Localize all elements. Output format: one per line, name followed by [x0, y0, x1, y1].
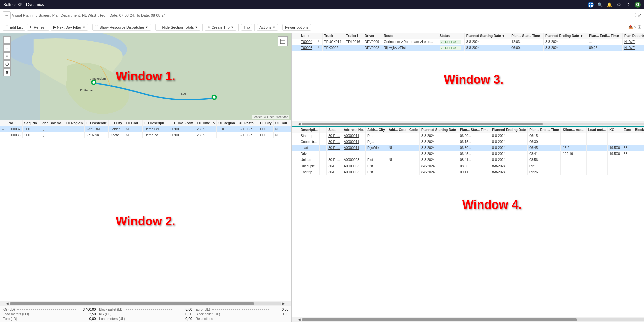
settings-icon[interactable]: ⚙	[616, 2, 622, 8]
trip-no[interactable]: T00003	[299, 45, 315, 51]
map-layers-button[interactable]	[278, 36, 288, 46]
map-home-button[interactable]: ●	[3, 52, 11, 60]
detail-row[interactable]: → Load ⋮ 30-PL... A0000011 RijsWijk NL 8…	[292, 145, 644, 151]
col-ul-region[interactable]: UL Region	[217, 120, 237, 126]
trips-col-route[interactable]: Route	[382, 33, 438, 39]
col-ld-to[interactable]: LD Time To	[195, 120, 217, 126]
trip-dots[interactable]: ⋮	[315, 39, 322, 45]
user-avatar[interactable]: G	[635, 2, 641, 8]
trip-row[interactable]: T00004 ⋮ TRUCK014 TRL0016 DRV0009 Gorinc…	[292, 39, 644, 45]
detail-row[interactable]: Drive 8-8-2024 06:45... 8-8-2024 08:41..…	[292, 151, 644, 157]
td-col-ps-time[interactable]: Plan... Star... Time	[458, 127, 490, 133]
actions-button[interactable]: Actions ▼	[257, 24, 278, 31]
create-trip-button[interactable]: ✎ Create Trip ▼	[205, 24, 236, 31]
search-icon[interactable]: 🔍	[597, 2, 603, 8]
col-ul-city[interactable]: UL City	[258, 120, 274, 126]
trips-col-pe-time[interactable]: Plan... Endi... Time	[587, 33, 623, 39]
trip-dots[interactable]: ⋮	[315, 45, 322, 51]
col-ld-desc[interactable]: LD Descripti...	[143, 120, 169, 126]
order-no[interactable]: O00038	[7, 132, 23, 138]
trips-col-ps-date[interactable]: Planned Starting Date ▼	[464, 33, 509, 39]
trips-col-no[interactable]: No. ↕	[299, 33, 315, 39]
trips-col-status[interactable]: Status	[438, 33, 464, 39]
next-day-filter-button[interactable]: ▶ Next Day Filter ▼	[51, 24, 88, 31]
back-button[interactable]: ←	[3, 11, 11, 19]
td-col-block[interactable]: Block pallet	[633, 127, 644, 133]
td-col-pe-time[interactable]: Plan... Endi... Time	[528, 127, 561, 133]
td-col-ps-date[interactable]: Planned Starting Date	[419, 127, 458, 133]
scroll-right-btn[interactable]: ▶	[281, 302, 286, 305]
col-ul-post[interactable]: UL Posto...	[237, 120, 258, 126]
fewer-options-button[interactable]: Fewer options	[282, 24, 311, 31]
detail-dots[interactable]: ⋮	[320, 157, 327, 163]
col-no[interactable]	[0, 120, 7, 126]
td-col-city[interactable]: Addr... City	[366, 127, 387, 133]
profile-icon[interactable]	[588, 2, 594, 8]
col-ld-region[interactable]: LD Region	[64, 120, 85, 126]
trip-no[interactable]: T00004	[299, 39, 315, 45]
detail-row[interactable]: Couple tr... ⋮ 30-PL... A0000011 Rij... …	[292, 139, 644, 145]
help-icon[interactable]: ?	[625, 2, 631, 8]
detail-row[interactable]: Start trip ⋮ 30-PL... A0000011 Ri... 8-8…	[292, 133, 644, 139]
detail-dots[interactable]: ⋮	[320, 133, 327, 139]
info-icon[interactable]: ⓘ	[638, 25, 641, 30]
trips-col-trailer[interactable]: Trailer1	[344, 33, 363, 39]
trips-scrollbar-track[interactable]	[302, 123, 644, 125]
col-ld-postcode[interactable]: LD Postcode	[85, 120, 109, 126]
trip-row[interactable]: → T00003 ⋮ TRK0002 DRV0002 Rijswijk<->El…	[292, 45, 644, 51]
trips-col-truck-val[interactable]: Truck	[322, 33, 344, 39]
trips-scrollbar[interactable]: ◀ ▶	[292, 121, 644, 126]
trips-col-pe-date[interactable]: Planned Ending Date ▼	[543, 33, 587, 39]
trip-dept[interactable]: NL WE	[622, 39, 644, 45]
trips-col-dept[interactable]: Plan Departn... ▼	[622, 33, 644, 39]
td-col-kg[interactable]: KG	[608, 127, 622, 133]
trips-scroll-left[interactable]: ◀	[297, 122, 302, 126]
zoom-in-button[interactable]: +	[3, 36, 11, 44]
td-col-status-val[interactable]: Stat...	[327, 127, 342, 133]
refresh-button[interactable]: ↻ Refresh	[27, 24, 49, 31]
details-scroll-left[interactable]: ◀	[297, 318, 302, 321]
zoom-out-button[interactable]: −	[3, 44, 11, 52]
detail-row[interactable]: End trip ⋮ 30-PL... A0000003 Elst 8-8-20…	[292, 169, 644, 175]
col-ld-from[interactable]: LD Time From	[169, 120, 195, 126]
orders-scrollbar[interactable]: ◀ ▶	[0, 301, 291, 306]
scrollbar-track[interactable]	[10, 302, 281, 305]
edit-list-button[interactable]: ☰ Edit List	[3, 24, 25, 31]
td-col-desc[interactable]: Descripti...	[299, 127, 320, 133]
td-col-km[interactable]: Kilom... met...	[561, 127, 586, 133]
bell-icon[interactable]: 🔔	[606, 2, 612, 8]
col-plan-box[interactable]: Plan Box No.	[40, 120, 64, 126]
map-circle-button[interactable]: ◯	[3, 60, 11, 68]
share-icon[interactable]: 📤	[628, 25, 633, 30]
td-col-cou[interactable]: Add... Cou... Code	[387, 127, 419, 133]
detail-dots[interactable]: ⋮	[320, 139, 327, 145]
col-ul-cou[interactable]: UL Cou...	[273, 120, 291, 126]
detail-dots[interactable]: ⋮	[320, 169, 327, 175]
trips-col-ps-time[interactable]: Plan... Star... Time	[509, 33, 544, 39]
trips-col-truck[interactable]	[315, 33, 322, 39]
detail-dots[interactable]: ⋮	[320, 163, 327, 169]
col-seq[interactable]: Seq. No.	[22, 120, 40, 126]
order-no[interactable]: O00037	[7, 126, 23, 132]
detail-row[interactable]: Uncouple... ⋮ 30-PL... A0000003 Elst 8-8…	[292, 163, 644, 169]
hide-section-totals-button[interactable]: ⚌ Hide Section Totals ▼	[155, 24, 201, 31]
maximize-icon[interactable]: ⤢	[638, 13, 641, 18]
col-ld-city[interactable]: LD City	[109, 120, 124, 126]
detail-row[interactable]: Unload ⋮ 30-PL... A0000003 Elst NL 8-8-2…	[292, 157, 644, 163]
detail-dots[interactable]: ⋮	[320, 145, 327, 151]
details-scrollbar[interactable]: ◀ ▶	[292, 317, 644, 322]
td-col-addr[interactable]: Address No.	[342, 127, 366, 133]
td-col-pe-date[interactable]: Planned Ending Date	[490, 127, 528, 133]
details-scrollbar-track[interactable]	[302, 318, 644, 321]
td-col-status[interactable]	[320, 127, 327, 133]
show-resource-dispatcher-button[interactable]: ☷ Show Resource Dispatcher ▼	[92, 24, 151, 31]
trips-col-driver[interactable]: Driver	[363, 33, 382, 39]
trip-dept[interactable]: NL WE	[622, 45, 644, 51]
map-trash-button[interactable]: 🗑	[3, 68, 11, 76]
expand-icon[interactable]: ⛶	[631, 13, 636, 18]
col-no-header[interactable]: No. ↕	[7, 120, 23, 126]
td-col-euro[interactable]: Euro	[622, 127, 633, 133]
trip-button[interactable]: Trip	[241, 24, 253, 31]
order-row[interactable]: O00038 100 ⋮ 2716 NK Zoete... NL Demo Zo…	[0, 132, 291, 138]
detail-dots[interactable]	[320, 151, 327, 157]
